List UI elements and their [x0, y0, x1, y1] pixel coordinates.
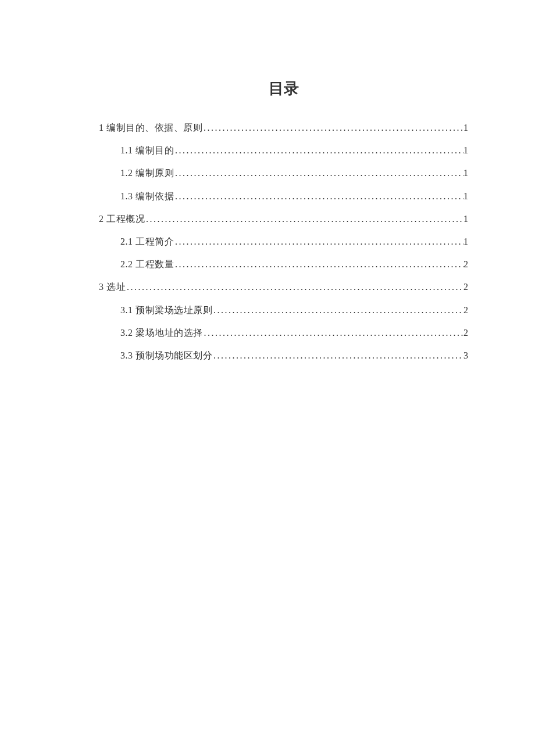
- toc-dots: [212, 304, 463, 316]
- toc-entry-page: 2: [463, 281, 468, 292]
- toc-entry-page: 1: [463, 236, 468, 247]
- toc-dots: [212, 350, 463, 361]
- toc-entry-page: 2: [463, 259, 468, 270]
- toc-entry: 1 编制目的、依据、原则1: [99, 122, 468, 133]
- toc-dots: [174, 145, 463, 156]
- toc-entry-page: 1: [463, 191, 468, 202]
- toc-entry-label: 3.3 预制场功能区划分: [120, 350, 212, 361]
- toc-entry-label: 2.1 工程简介: [120, 236, 174, 247]
- toc-entry: 1.1 编制目的1: [120, 145, 468, 156]
- toc-entry-page: 2: [463, 327, 468, 338]
- toc-entry-label: 3 选址: [99, 281, 126, 292]
- toc-entry-label: 2.2 工程数量: [120, 259, 174, 270]
- toc-entry: 2.1 工程简介1: [120, 236, 468, 247]
- toc-entry-label: 3.2 梁场地址的选择: [120, 327, 203, 338]
- toc-entry: 3.3 预制场功能区划分3: [120, 350, 468, 361]
- toc-entry-label: 1 编制目的、依据、原则: [99, 122, 202, 133]
- toc-entry-page: 1: [463, 167, 468, 178]
- toc-entry: 2.2 工程数量2: [120, 259, 468, 270]
- toc-entry-page: 1: [463, 213, 468, 224]
- toc-entry: 3.2 梁场地址的选择2: [120, 327, 468, 338]
- toc-entry-label: 3.1 预制梁场选址原则: [120, 304, 212, 316]
- toc-entry: 3.1 预制梁场选址原则2: [120, 304, 468, 316]
- toc-entry-label: 1.2 编制原则: [120, 167, 174, 178]
- toc-dots: [126, 281, 463, 292]
- toc-dots: [203, 327, 464, 338]
- toc-entry-label: 2 工程概况: [99, 213, 145, 224]
- toc-entry-page: 2: [463, 304, 468, 316]
- toc-dots: [174, 191, 463, 202]
- toc-entry: 2 工程概况1: [99, 213, 468, 224]
- document-page: 目录 1 编制目的、依据、原则11.1 编制目的11.2 编制原则11.3 编制…: [0, 0, 535, 361]
- toc-dots: [174, 259, 463, 270]
- toc-entry-label: 1.1 编制目的: [120, 145, 174, 156]
- toc-title: 目录: [99, 78, 468, 99]
- toc-dots: [145, 213, 463, 224]
- toc-entry-page: 1: [463, 122, 468, 133]
- toc-entry-label: 1.3 编制依据: [120, 191, 174, 202]
- toc-dots: [174, 236, 463, 247]
- toc-dots: [202, 122, 463, 133]
- toc-entry-page: 3: [463, 350, 468, 361]
- toc-entry: 3 选址2: [99, 281, 468, 292]
- table-of-contents: 1 编制目的、依据、原则11.1 编制目的11.2 编制原则11.3 编制依据1…: [99, 122, 468, 361]
- toc-entry: 1.2 编制原则1: [120, 167, 468, 178]
- toc-entry: 1.3 编制依据1: [120, 191, 468, 202]
- toc-dots: [174, 167, 463, 178]
- toc-entry-page: 1: [463, 145, 468, 156]
